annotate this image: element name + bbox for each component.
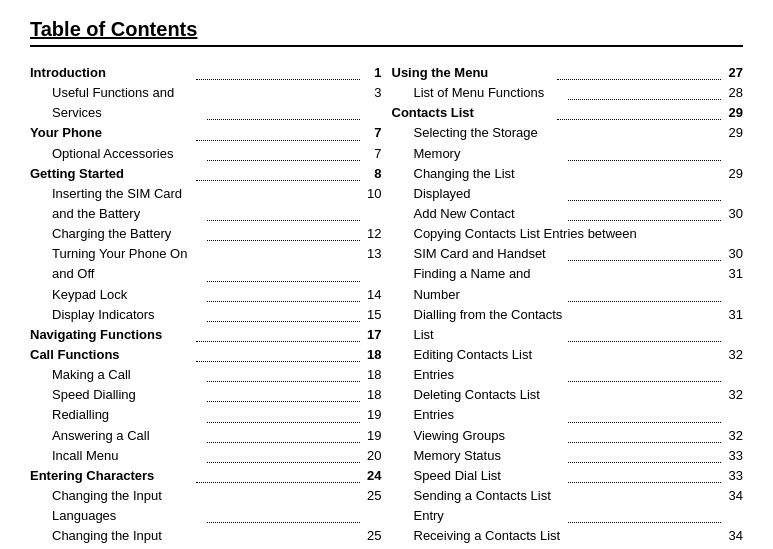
toc-entry-num: 15 [362, 305, 382, 325]
toc-dots [207, 486, 360, 523]
toc-entry-text: Memory Status [392, 446, 567, 466]
toc-entry-text: Inserting the SIM Card and the Battery [30, 184, 205, 224]
toc-entry-num: 25 [362, 526, 382, 549]
toc-entry-text: Keypad Lock [30, 285, 205, 305]
toc-entry-text: List of Menu Functions [392, 83, 567, 103]
toc-dots [196, 325, 360, 342]
toc-entry-num: 29 [723, 164, 743, 204]
toc-dots [207, 83, 360, 120]
toc-dots [207, 365, 360, 382]
toc-entry: Navigating Functions17 [30, 325, 382, 345]
toc-entry: Inserting the SIM Card and the Battery10 [30, 184, 382, 224]
toc-entry: Speed Dialling18 [30, 385, 382, 405]
toc-dots [557, 103, 721, 120]
toc-entry-num: 27 [723, 63, 743, 83]
toc-entry: Receiving a Contacts List Entry34 [392, 526, 744, 549]
toc-entry-num: 33 [723, 466, 743, 486]
toc-dots [568, 526, 721, 549]
toc-entry-text: Getting Started [30, 164, 194, 184]
toc-entry: List of Menu Functions28 [392, 83, 744, 103]
toc-entry-text: Selecting the Storage Memory [392, 123, 567, 163]
toc-entry: Charging the Battery12 [30, 224, 382, 244]
right-column: Using the Menu27List of Menu Functions28… [392, 63, 744, 549]
toc-entry: Memory Status33 [392, 446, 744, 466]
toc-entry-num: 1 [362, 63, 382, 83]
toc-entry: Changing the Input Languages25 [30, 486, 382, 526]
toc-entry-num: 7 [362, 144, 382, 164]
toc-entry: Finding a Name and Number31 [392, 264, 744, 304]
toc-dots [207, 385, 360, 402]
toc-dots [207, 526, 360, 549]
toc-dots [568, 264, 721, 301]
toc-entry: Getting Started8 [30, 164, 382, 184]
toc-entry-text: Add New Contact [392, 204, 567, 224]
toc-dots [568, 486, 721, 523]
toc-entry-num: 18 [362, 365, 382, 385]
toc-entry: Call Functions18 [30, 345, 382, 365]
toc-entry-text: Finding a Name and Number [392, 264, 567, 304]
toc-content: Introduction1Useful Functions and Servic… [30, 63, 743, 549]
toc-dots [568, 466, 721, 483]
toc-entry: Dialling from the Contacts List31 [392, 305, 744, 345]
toc-entry-num: 30 [723, 204, 743, 224]
toc-dots [557, 63, 721, 80]
toc-entry-text: Changing the List Displayed [392, 164, 567, 204]
toc-entry-num: 30 [723, 244, 743, 264]
toc-entry-text: Introduction [30, 63, 194, 83]
toc-dots [196, 164, 360, 181]
toc-entry-num: 10 [362, 184, 382, 224]
toc-dots [568, 83, 721, 100]
toc-entry: Making a Call18 [30, 365, 382, 385]
toc-dots [568, 204, 721, 221]
toc-entry-num: 29 [723, 123, 743, 163]
toc-entry-num: 29 [723, 103, 743, 123]
toc-entry: Optional Accessories7 [30, 144, 382, 164]
toc-entry-num: 12 [362, 224, 382, 244]
toc-dots [568, 446, 721, 463]
toc-entry-text: Sending a Contacts List Entry [392, 486, 567, 526]
toc-entry-num: 28 [723, 83, 743, 103]
toc-entry-text: Turning Your Phone On and Off [30, 244, 205, 284]
toc-dots [207, 224, 360, 241]
toc-entry-num: 19 [362, 405, 382, 425]
toc-dots [196, 123, 360, 140]
toc-entry-text: Viewing Groups [392, 426, 567, 446]
toc-entry-text: Making a Call [30, 365, 205, 385]
toc-entry-text: Speed Dialling [30, 385, 205, 405]
toc-entry: Changing the Input Method25 [30, 526, 382, 549]
toc-entry-num: 34 [723, 526, 743, 549]
toc-entry: Add New Contact30 [392, 204, 744, 224]
toc-entry: Useful Functions and Services3 [30, 83, 382, 123]
toc-entry: Selecting the Storage Memory29 [392, 123, 744, 163]
toc-entry-text: Display Indicators [30, 305, 205, 325]
toc-entry: Sending a Contacts List Entry34 [392, 486, 744, 526]
toc-entry-text: Your Phone [30, 123, 194, 143]
toc-entry-num: 17 [362, 325, 382, 345]
toc-dots [196, 345, 360, 362]
toc-entry-num: 18 [362, 385, 382, 405]
toc-dots [207, 405, 360, 422]
toc-entry: Your Phone7 [30, 123, 382, 143]
toc-entry-text: Copying Contacts List Entries between [392, 224, 744, 244]
toc-entry-num: 3 [362, 83, 382, 123]
toc-entry-num: 24 [362, 466, 382, 486]
toc-entry-text: Call Functions [30, 345, 194, 365]
toc-entry: Deleting Contacts List Entries32 [392, 385, 744, 425]
toc-entry-num: 31 [723, 264, 743, 304]
toc-entry-text: Incall Menu [30, 446, 205, 466]
toc-dots [207, 285, 360, 302]
toc-entry-num: 14 [362, 285, 382, 305]
toc-entry: Redialling19 [30, 405, 382, 425]
toc-entry: Incall Menu20 [30, 446, 382, 466]
toc-entry-text: Navigating Functions [30, 325, 194, 345]
toc-entry: Turning Your Phone On and Off13 [30, 244, 382, 284]
toc-entry: Entering Characters24 [30, 466, 382, 486]
toc-entry-text: Dialling from the Contacts List [392, 305, 567, 345]
toc-entry-num: 8 [362, 164, 382, 184]
toc-entry: Using the Menu27 [392, 63, 744, 83]
toc-entry-text: Changing the Input Method [30, 526, 205, 549]
toc-dots [207, 184, 360, 221]
toc-entry-text: Answering a Call [30, 426, 205, 446]
toc-entry-text: Optional Accessories [30, 144, 205, 164]
toc-entry: Contacts List29 [392, 103, 744, 123]
